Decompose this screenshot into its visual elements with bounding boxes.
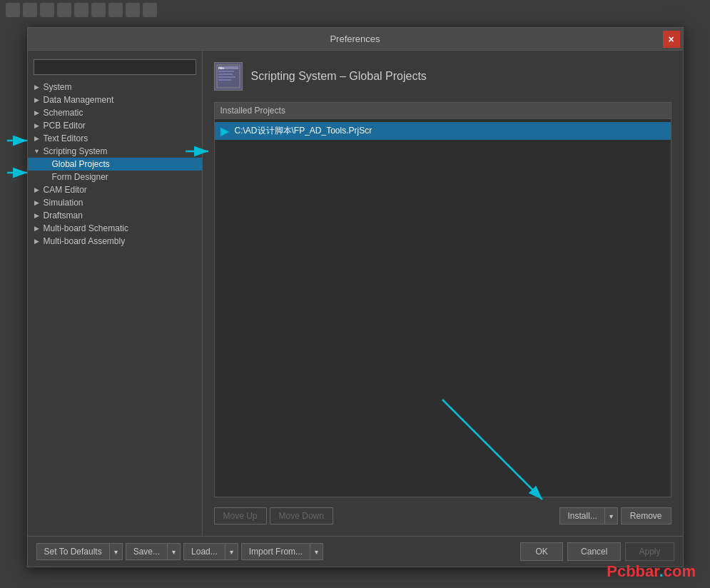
- dialog-backdrop: Preferences × ▶ System ▶ Data Management: [0, 20, 710, 588]
- dialog-title: Preferences: [330, 34, 380, 44]
- apply-button[interactable]: Apply: [625, 542, 674, 561]
- toolbar-icon-6[interactable]: [91, 3, 106, 17]
- installed-list: ▶ C:\AD设计脚本\FP_AD_Tools.PrjScr: [215, 119, 671, 497]
- sidebar-item-scripting-system[interactable]: ▼ Scripting System: [28, 145, 202, 158]
- chevron-right-icon: ▶: [32, 223, 42, 233]
- sidebar-item-schematic[interactable]: ▶ Schematic: [28, 106, 202, 119]
- installed-panel: Installed Projects ▶ C:\AD设计脚本\FP_AD_Too…: [214, 102, 671, 497]
- chevron-right-icon: ▶: [32, 82, 42, 92]
- section-header: PAS Scripting System – Global Projects: [214, 62, 671, 91]
- sidebar-item-label: Multi-board Schematic: [44, 223, 196, 233]
- sidebar-item-label: Draftsman: [44, 211, 196, 220]
- chevron-right-icon: ▶: [32, 121, 42, 131]
- dialog-footer: Set To Defaults ▾ Save... ▾ Load... ▾ Im…: [28, 536, 683, 567]
- sidebar-item-label: Schematic: [44, 108, 196, 118]
- sidebar-item-label: Text Editors: [44, 133, 196, 143]
- import-button[interactable]: Import From...: [241, 543, 310, 560]
- sidebar-item-multi-board-schematic[interactable]: ▶ Multi-board Schematic: [28, 222, 202, 235]
- top-toolbar: [0, 0, 710, 20]
- sidebar-item-cam-editor[interactable]: ▶ CAM Editor: [28, 183, 202, 196]
- install-button[interactable]: Install...: [559, 507, 604, 524]
- chevron-down-icon: ▼: [32, 146, 42, 156]
- set-defaults-split-button: Set To Defaults ▾: [36, 543, 123, 560]
- sidebar-item-system[interactable]: ▶ System: [28, 81, 202, 93]
- toolbar-icon-4[interactable]: [57, 3, 71, 17]
- load-button[interactable]: Load...: [183, 543, 225, 560]
- footer-right-buttons: OK Cancel Apply: [520, 542, 674, 561]
- sidebar-item-label: System: [44, 82, 196, 92]
- sidebar-item-label: Simulation: [44, 198, 196, 208]
- sidebar-item-label: Scripting System: [44, 146, 196, 156]
- cancel-button[interactable]: Cancel: [567, 542, 621, 561]
- ok-button[interactable]: OK: [520, 542, 563, 561]
- sidebar-item-multi-board-assembly[interactable]: ▶ Multi-board Assembly: [28, 235, 202, 248]
- sidebar-item-data-management[interactable]: ▶ Data Management: [28, 93, 202, 106]
- bottom-bar: Move Up Move Down Install... ▾ Remove: [214, 503, 671, 524]
- installed-item-path: C:\AD设计脚本\FP_AD_Tools.PrjScr: [235, 125, 372, 137]
- chevron-right-icon: ▶: [32, 108, 42, 118]
- watermark: Pcbbar.com: [607, 562, 696, 581]
- item-arrow-icon: ▶: [220, 124, 229, 138]
- import-split-button: Import From... ▾: [241, 543, 323, 560]
- load-split-button: Load... ▾: [183, 543, 238, 560]
- bottom-left-buttons: Move Up Move Down: [214, 507, 333, 524]
- toolbar-icon-1[interactable]: [6, 3, 20, 17]
- dialog-body: ▶ System ▶ Data Management ▶ Schematic ▶…: [28, 51, 683, 536]
- toolbar-icon-5[interactable]: [74, 3, 88, 17]
- chevron-right-icon: ▶: [32, 211, 42, 220]
- chevron-right-icon: ▶: [32, 198, 42, 208]
- close-button[interactable]: ×: [663, 31, 680, 48]
- move-up-button[interactable]: Move Up: [214, 507, 267, 524]
- sidebar-item-label: Multi-board Assembly: [44, 236, 196, 246]
- bottom-right-buttons: Install... ▾ Remove: [559, 507, 671, 524]
- toolbar-icon-2[interactable]: [23, 3, 37, 17]
- install-split-button: Install... ▾: [559, 507, 617, 524]
- search-wrap: [28, 56, 202, 81]
- import-dropdown-arrow[interactable]: ▾: [310, 543, 323, 560]
- installed-header: Installed Projects: [215, 103, 671, 119]
- chevron-right-icon: ▶: [32, 185, 42, 195]
- chevron-right-icon: ▶: [32, 133, 42, 143]
- save-split-button: Save... ▾: [126, 543, 181, 560]
- sidebar-item-label: PCB Editor: [44, 121, 196, 131]
- toolbar-icon-3[interactable]: [40, 3, 54, 17]
- svg-rect-3: [218, 74, 233, 75]
- move-down-button[interactable]: Move Down: [270, 507, 333, 524]
- main-content: PAS Scripting System – Global Projects I…: [203, 51, 683, 536]
- section-title: Scripting System – Global Projects: [251, 70, 427, 83]
- sidebar-item-text-editors[interactable]: ▶ Text Editors: [28, 132, 202, 145]
- footer-left-buttons: Set To Defaults ▾ Save... ▾ Load... ▾ Im…: [36, 543, 324, 560]
- set-defaults-button[interactable]: Set To Defaults: [36, 543, 109, 560]
- dialog-titlebar: Preferences ×: [28, 28, 683, 51]
- sidebar-item-global-projects[interactable]: Global Projects: [28, 158, 202, 171]
- preferences-dialog: Preferences × ▶ System ▶ Data Management: [27, 27, 684, 567]
- remove-button[interactable]: Remove: [621, 507, 671, 524]
- install-dropdown-arrow[interactable]: ▾: [604, 507, 618, 524]
- sidebar-item-simulation[interactable]: ▶ Simulation: [28, 196, 202, 209]
- scripting-icon: PAS: [214, 62, 243, 91]
- sidebar-item-label: Data Management: [44, 95, 196, 105]
- load-dropdown-arrow[interactable]: ▾: [225, 543, 238, 560]
- search-input[interactable]: [34, 59, 196, 75]
- chevron-right-icon: ▶: [32, 95, 42, 105]
- sidebar-item-draftsman[interactable]: ▶ Draftsman: [28, 209, 202, 222]
- sidebar-item-label: Form Designer: [52, 172, 196, 182]
- toolbar-icon-9[interactable]: [143, 3, 157, 17]
- svg-rect-2: [218, 71, 234, 72]
- sidebar-item-form-designer[interactable]: Form Designer: [28, 171, 202, 183]
- toolbar-icon-7[interactable]: [108, 3, 123, 17]
- sidebar: ▶ System ▶ Data Management ▶ Schematic ▶…: [28, 51, 203, 536]
- sidebar-item-pcb-editor[interactable]: ▶ PCB Editor: [28, 119, 202, 132]
- sidebar-item-label: CAM Editor: [44, 185, 196, 195]
- toolbar-icon-8[interactable]: [126, 3, 140, 17]
- chevron-right-icon: ▶: [32, 236, 42, 246]
- svg-rect-5: [218, 79, 231, 81]
- save-dropdown-arrow[interactable]: ▾: [167, 543, 181, 560]
- save-button[interactable]: Save...: [126, 543, 167, 560]
- set-defaults-dropdown-arrow[interactable]: ▾: [109, 543, 123, 560]
- installed-item[interactable]: ▶ C:\AD设计脚本\FP_AD_Tools.PrjScr: [215, 122, 671, 140]
- svg-text:PAS: PAS: [218, 66, 224, 70]
- svg-rect-4: [218, 76, 235, 78]
- sidebar-item-label: Global Projects: [52, 159, 196, 169]
